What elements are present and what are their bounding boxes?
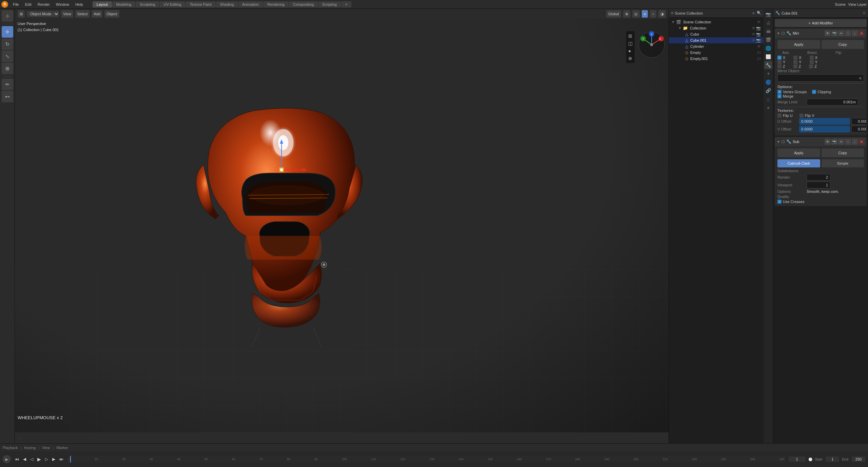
- next-keyframe-btn[interactable]: ▷: [44, 456, 50, 462]
- tool-annotate[interactable]: ✏: [2, 79, 13, 90]
- jump-start-btn[interactable]: ⏮: [14, 456, 20, 462]
- prop-tab-object[interactable]: ⬜: [764, 53, 772, 61]
- mirror-collapse[interactable]: ▼: [777, 32, 780, 35]
- frame-start-icon[interactable]: ▶: [3, 455, 11, 463]
- axis-gizmo[interactable]: X Y Z: [638, 31, 665, 58]
- toggle-overlays[interactable]: ⊞: [628, 33, 633, 39]
- viewport-mode-icon[interactable]: ⊞: [18, 10, 25, 18]
- axis-x-check[interactable]: ✓: [777, 56, 782, 60]
- flip-u-check[interactable]: [777, 114, 782, 118]
- prev-frame-btn[interactable]: ◀: [22, 456, 27, 462]
- tab-modeling[interactable]: Modeling: [112, 1, 136, 7]
- u-offset-input[interactable]: [799, 118, 850, 125]
- playback-label[interactable]: Playback: [3, 446, 18, 450]
- subdiv-ctrl-edit[interactable]: ✏: [838, 139, 844, 145]
- use-creases-check[interactable]: ✓: [777, 200, 782, 204]
- tool-measure[interactable]: ⊷: [2, 91, 13, 102]
- outliner-search[interactable]: 🔍: [757, 11, 761, 15]
- mirror-apply-btn[interactable]: Apply: [777, 40, 820, 49]
- outliner-item-cylinder[interactable]: △ Cylinder 👁: [669, 43, 764, 49]
- u-offset-value[interactable]: 0.0000: [851, 118, 867, 125]
- subdiv-ctrl-down[interactable]: ↓: [852, 139, 858, 145]
- outliner-item-empty001[interactable]: ◇ Empty.001 🏷: [669, 56, 764, 62]
- subdiv-ctrl-realtime[interactable]: 👁: [825, 139, 831, 145]
- cube001-vis-eye[interactable]: 👁: [752, 38, 755, 43]
- tool-rotate[interactable]: ↻: [2, 38, 13, 50]
- subdiv-ctrl-close[interactable]: ✕: [859, 139, 865, 145]
- mirror-ctrl-down[interactable]: ↓: [852, 30, 858, 36]
- menu-render[interactable]: Render: [35, 2, 53, 7]
- mirror-ctrl-close[interactable]: ✕: [859, 30, 865, 36]
- view-shading-render[interactable]: ◑: [658, 10, 666, 18]
- prop-tab-render[interactable]: 📷: [764, 10, 772, 18]
- viewport-canvas[interactable]: X Y Z ⊞ ◫ ● ⊕: [15, 19, 669, 432]
- outliner-item-cube001[interactable]: △ Cube.001 👁 📷: [669, 37, 764, 43]
- current-frame-input[interactable]: [789, 456, 806, 462]
- prev-keyframe-btn[interactable]: ◁: [29, 456, 35, 462]
- flip-v-check[interactable]: [799, 114, 804, 118]
- tool-scale[interactable]: ⤡: [2, 50, 13, 62]
- render-value-input[interactable]: [807, 174, 830, 181]
- prop-tab-particles[interactable]: ✦: [764, 69, 772, 78]
- menu-edit[interactable]: Edit: [22, 2, 34, 7]
- flip-z-check[interactable]: [809, 64, 813, 68]
- scene-vis-eye[interactable]: 👁: [757, 20, 761, 24]
- tab-compositing[interactable]: Compositing: [289, 1, 318, 7]
- view-label-tl[interactable]: View: [42, 446, 50, 450]
- add-menu[interactable]: Add: [92, 10, 102, 18]
- subdiv-ctrl-render[interactable]: 📷: [831, 139, 837, 145]
- cube001-vis-cam[interactable]: 📷: [756, 38, 761, 43]
- mirror-object-input[interactable]: ⊕: [777, 74, 864, 82]
- empty-vis-tag[interactable]: 🏷: [757, 50, 761, 55]
- prop-tab-output[interactable]: 🖨: [764, 19, 772, 27]
- coll-vis-eye[interactable]: 👁: [752, 26, 755, 31]
- bisect-x-check[interactable]: [793, 56, 797, 60]
- viewport-value-input[interactable]: [807, 182, 830, 188]
- outliner-item-cube[interactable]: △ Cube 👁 📷: [669, 31, 764, 37]
- prop-tab-scene[interactable]: 🎬: [764, 36, 772, 44]
- view-shading-solid[interactable]: ●: [642, 10, 648, 18]
- object-menu[interactable]: Object: [104, 10, 119, 18]
- tab-uv-editing[interactable]: UV Editing: [159, 1, 185, 7]
- mirror-obj-picker[interactable]: ⊕: [859, 76, 862, 80]
- cube-vis-cam[interactable]: 📷: [756, 32, 761, 37]
- prop-tab-constraints[interactable]: 🔗: [764, 86, 772, 95]
- tab-add[interactable]: +: [341, 1, 351, 7]
- end-frame-input[interactable]: [852, 456, 865, 462]
- subdiv-apply-btn[interactable]: Apply: [777, 148, 820, 157]
- prop-tab-view-layer[interactable]: 🏔: [764, 27, 772, 35]
- tab-shading[interactable]: Shading: [216, 1, 238, 7]
- outliner-filter[interactable]: ▼: [752, 11, 755, 15]
- menu-window[interactable]: Window: [53, 2, 72, 7]
- keying-label[interactable]: Keying: [24, 446, 36, 450]
- object-mode-select[interactable]: Object Mode: [27, 11, 59, 17]
- props-close[interactable]: ✕: [862, 11, 866, 16]
- cyl-vis-eye[interactable]: 👁: [757, 44, 761, 48]
- tab-rendering[interactable]: Rendering: [263, 1, 289, 7]
- v-offset-value[interactable]: 0.0000: [851, 126, 867, 133]
- simple-btn[interactable]: Simple: [822, 159, 864, 167]
- axis-y-check[interactable]: [777, 60, 782, 64]
- tool-transform[interactable]: ⊞: [2, 63, 13, 74]
- view-shading-menu[interactable]: ●: [628, 47, 633, 54]
- coll-vis-cam[interactable]: 📷: [756, 26, 761, 31]
- mirror-ctrl-realtime[interactable]: 👁: [825, 30, 831, 36]
- select-menu[interactable]: Select: [75, 10, 90, 18]
- subdiv-ctrl-up[interactable]: ↑: [845, 139, 851, 145]
- proportional-btn[interactable]: ◎: [632, 10, 640, 18]
- catmull-clark-btn[interactable]: Catmull-Clark: [777, 159, 820, 167]
- snap-btn[interactable]: ⊕: [623, 10, 630, 18]
- global-select[interactable]: Global: [606, 10, 621, 18]
- jump-end-btn[interactable]: ⏭: [58, 456, 65, 462]
- view-shading-material[interactable]: ○: [650, 10, 656, 18]
- view-menu[interactable]: View: [61, 10, 73, 18]
- mirror-ctrl-up[interactable]: ↑: [845, 30, 851, 36]
- viewport[interactable]: ⊞ Object Mode View Select Add Object Glo…: [15, 9, 669, 443]
- mirror-ctrl-edit[interactable]: ✏: [838, 30, 844, 36]
- frame-ruler[interactable]: 0 10 20 30 40 50 60 70 80 90 100 110 120…: [67, 456, 786, 463]
- tab-texture-paint[interactable]: Texture Paint: [186, 1, 215, 7]
- add-modifier-button[interactable]: + Add Modifier: [775, 19, 867, 27]
- outliner-item-scene-collection[interactable]: ▼ 🎬 Scene Collection 👁: [669, 19, 764, 25]
- prop-tab-material[interactable]: ●: [764, 103, 772, 111]
- axis-z-check[interactable]: [777, 64, 782, 68]
